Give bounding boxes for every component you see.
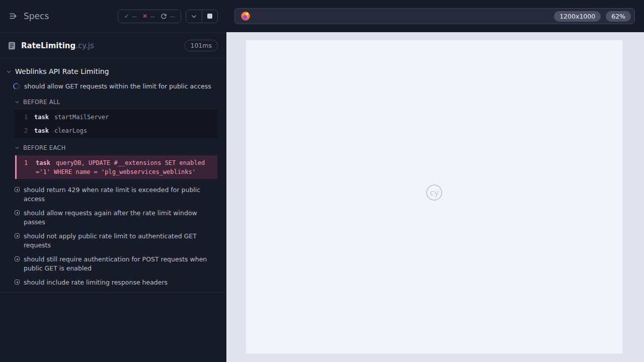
stat-passed: ✓ -- [124,13,137,20]
hook-before-all[interactable]: BEFORE ALL [0,94,226,108]
stop-run-button[interactable] [202,10,217,23]
failed-x-icon: ✕ [142,13,147,19]
test-title: should allow requests again after the ra… [24,209,213,227]
command-method: task [34,114,49,121]
pending-test-row[interactable]: should include rate limiting response he… [0,276,226,290]
reporter-sidebar: Specs ✓ -- ✕ -- -- [0,0,226,362]
running-count: -- [170,13,175,20]
pending-test-row[interactable]: should return 429 when rate limit is exc… [0,183,226,206]
command-number: 1 [17,158,36,176]
test-title: should allow GET requests within the lim… [24,82,211,91]
spec-file-icon [8,42,16,50]
passed-count: -- [132,13,137,20]
stat-failed: ✕ -- [142,13,155,20]
cypress-test-runner: Specs ✓ -- ✕ -- -- [0,0,644,362]
running-test-row[interactable]: should allow GET requests within the lim… [0,79,226,94]
hook-label: BEFORE EACH [23,144,66,151]
pending-test-row[interactable]: should not apply public rate limit to au… [0,229,226,252]
spec-extension: .cy.js [75,41,94,50]
chevron-down-icon [6,69,12,74]
specs-header: Specs ✓ -- ✕ -- -- [0,0,226,33]
address-bar[interactable]: 1200x1000 62% [234,8,635,24]
test-tree: Weblinks API Rate Limiting should allow … [0,59,226,293]
viewport-size-badge[interactable]: 1200x1000 [554,11,601,22]
browser-pane: 1200x1000 62% cy [226,0,644,362]
before-all-commands: 1 taskstartMailServer 2 taskclearLogs [15,110,217,138]
command-message: startMailServer [54,114,109,121]
command-content: taskclearLogs [34,126,212,135]
spec-basename: RateLimiting [21,41,75,50]
cypress-watermark-icon: cy [426,185,442,201]
pending-square-icon [15,210,20,215]
zoom-level-badge[interactable]: 62% [606,11,631,22]
stat-running: -- [160,13,175,20]
command-content: taskstartMailServer [34,113,212,122]
pending-square-icon [15,256,20,261]
hook-label: BEFORE ALL [23,99,60,106]
pending-test-row[interactable]: should allow requests again after the ra… [0,206,226,229]
chevron-down-icon [15,100,20,105]
test-title: should return 429 when rate limit is exc… [24,186,213,204]
expand-sidebar-icon [9,12,18,20]
command-method: task [36,159,50,166]
spec-duration-badge: 101ms [184,40,218,51]
sidebar-toggle-button[interactable] [9,12,18,20]
viewport-area: cy [226,32,644,362]
pending-test-row[interactable]: should still require authentication for … [0,252,226,276]
stop-icon [207,14,212,19]
command-row-active[interactable]: 1 taskqueryDB, UPDATE #__extensions SET … [17,156,217,178]
run-controls [186,10,218,23]
test-title: should include rate limiting response he… [24,278,168,287]
test-title: should still require authentication for … [24,255,213,273]
pending-square-icon [15,187,20,192]
command-number: 1 [15,113,34,122]
suite-title: Weblinks API Rate Limiting [15,67,109,75]
watermark-text: cy [430,188,438,198]
spec-file-row[interactable]: RateLimiting.cy.js 101ms [0,33,226,59]
chevron-down-icon [191,13,197,20]
command-message: clearLogs [54,127,87,134]
pending-tests: should return 429 when rate limit is exc… [0,183,226,290]
specs-title: Specs [24,11,49,21]
pending-square-icon [15,280,20,285]
aut-iframe: cy [246,40,622,353]
before-each-commands: 1 taskqueryDB, UPDATE #__extensions SET … [15,155,217,179]
collapse-all-button[interactable] [186,10,202,23]
command-row[interactable]: 1 taskstartMailServer [15,110,217,124]
command-content: taskqueryDB, UPDATE #__extensions SET en… [36,158,212,176]
command-number: 2 [15,126,34,135]
chevron-down-icon [15,145,20,150]
hook-before-each[interactable]: BEFORE EACH [0,140,226,154]
running-spinner-icon [12,82,21,90]
spec-name: RateLimiting.cy.js [21,41,94,50]
suite-row[interactable]: Weblinks API Rate Limiting [0,63,226,79]
failed-count: -- [150,13,155,20]
command-method: task [34,127,49,134]
command-message: queryDB, UPDATE #__extensions SET enable… [36,159,205,175]
command-row[interactable]: 2 taskclearLogs [15,124,217,137]
reporter-divider [0,292,226,293]
passed-check-icon: ✓ [124,13,129,19]
pending-square-icon [15,233,20,238]
browser-header: 1200x1000 62% [226,0,644,32]
running-refresh-icon [160,13,167,20]
test-title: should not apply public rate limit to au… [24,232,213,250]
test-stats: ✓ -- ✕ -- -- [118,10,181,23]
firefox-icon [241,12,250,21]
